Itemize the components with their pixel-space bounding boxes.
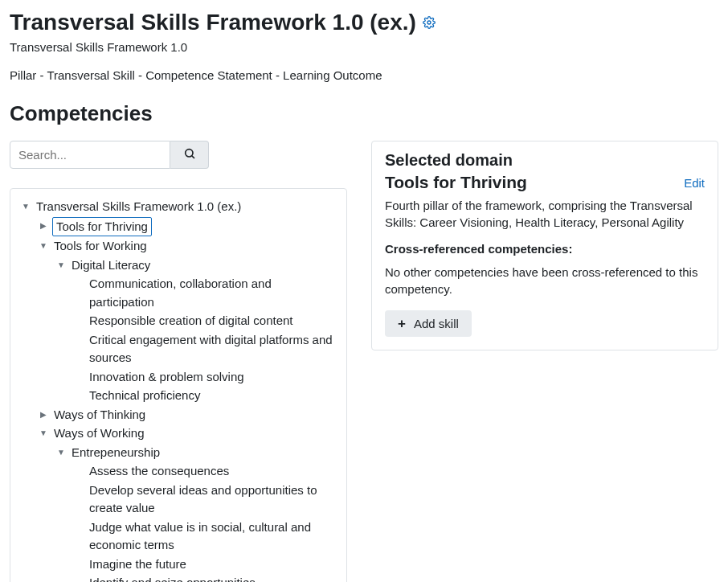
- tree-node[interactable]: ▼EntrepeneurshipAssess the consequencesD…: [55, 444, 338, 583]
- page-title: Transversal Skills Framework 1.0 (ex.): [10, 10, 718, 35]
- tree-node-label[interactable]: Responsible creation of digital content: [88, 312, 295, 330]
- tree-node[interactable]: ▼Transversal Skills Framework 1.0 (ex.)▶…: [20, 198, 338, 582]
- competency-tree[interactable]: ▼Transversal Skills Framework 1.0 (ex.)▶…: [17, 198, 338, 582]
- gear-icon[interactable]: [423, 16, 436, 29]
- page-subtitle: Transversal Skills Framework 1.0: [10, 40, 718, 54]
- tree-node-label[interactable]: Tools for Working: [52, 237, 149, 256]
- tree-node[interactable]: Imagine the future: [73, 555, 338, 574]
- selected-domain-description: Fourth pillar of the framework, comprisi…: [385, 197, 705, 231]
- tree-node[interactable]: ▼Ways of Working▼EntrepeneurshipAssess t…: [38, 424, 338, 582]
- page-title-text: Transversal Skills Framework 1.0 (ex.): [10, 10, 416, 35]
- tree-node[interactable]: Develop several ideas and opportunities …: [73, 482, 338, 518]
- tree-node-label[interactable]: Ways of Thinking: [52, 406, 147, 424]
- tree-node-label[interactable]: Technical proficiency: [88, 387, 202, 405]
- tree-node-label[interactable]: Ways of Working: [52, 424, 146, 443]
- search-button[interactable]: [170, 141, 209, 169]
- svg-point-1: [185, 150, 192, 157]
- tree-node-label[interactable]: Critical engagement with digital platfor…: [88, 331, 338, 367]
- tree-node[interactable]: Critical engagement with digital platfor…: [73, 331, 338, 367]
- taxonomy-path: Pillar - Transversal Skill - Competence …: [10, 68, 718, 82]
- tree-node[interactable]: Identify and seize opportunities: [73, 574, 338, 582]
- section-title: Competencies: [10, 101, 718, 126]
- add-skill-label: Add skill: [414, 317, 459, 330]
- tree-node-label[interactable]: Communication, collaboration and partici…: [88, 275, 338, 311]
- caret-down-icon[interactable]: ▼: [55, 444, 67, 461]
- cross-referenced-label: Cross-referenced competencies:: [385, 242, 705, 256]
- tree-node-label[interactable]: Assess the consequences: [88, 462, 231, 481]
- selected-domain-panel: Selected domain Tools for Thriving Edit …: [371, 141, 718, 350]
- edit-link[interactable]: Edit: [684, 176, 705, 190]
- caret-down-icon[interactable]: ▼: [38, 424, 49, 442]
- tree-node[interactable]: Responsible creation of digital content: [73, 312, 338, 330]
- plus-icon: +: [398, 317, 406, 330]
- search-icon: [183, 147, 196, 162]
- tree-node[interactable]: Innovation & problem solving: [73, 368, 338, 387]
- tree-node[interactable]: ▶Ways of Thinking: [38, 406, 338, 424]
- tree-node[interactable]: Judge what value is in social, cultural …: [73, 518, 338, 555]
- tree-node[interactable]: ▼Digital LiteracyCommunication, collabor…: [55, 256, 338, 405]
- tree-node-label[interactable]: Imagine the future: [88, 555, 188, 574]
- tree-node-label[interactable]: Innovation & problem solving: [88, 368, 246, 387]
- tree-node[interactable]: ▼Tools for Working▼Digital LiteracyCommu…: [38, 237, 338, 405]
- search-input[interactable]: [10, 141, 170, 169]
- competency-tree-panel: ▼Transversal Skills Framework 1.0 (ex.)▶…: [10, 188, 347, 582]
- cross-referenced-text: No other competencies have been cross-re…: [385, 264, 705, 297]
- selected-domain-name: Tools for Thriving: [385, 173, 527, 192]
- tree-node-label[interactable]: Develop several ideas and opportunities …: [88, 482, 338, 518]
- tree-node-label[interactable]: Identify and seize opportunities: [88, 574, 257, 582]
- caret-down-icon[interactable]: ▼: [55, 256, 67, 274]
- selected-domain-heading: Selected domain: [385, 151, 705, 170]
- caret-down-icon[interactable]: ▼: [20, 198, 31, 215]
- caret-right-icon[interactable]: ▶: [38, 406, 49, 424]
- tree-node-label[interactable]: Digital Literacy: [70, 256, 152, 275]
- tree-node-label[interactable]: Transversal Skills Framework 1.0 (ex.): [35, 198, 243, 216]
- svg-point-0: [427, 21, 431, 24]
- caret-right-icon[interactable]: ▶: [38, 217, 49, 235]
- tree-node-label[interactable]: Tools for Thriving: [52, 217, 152, 237]
- tree-node[interactable]: ▶Tools for Thriving: [38, 217, 338, 237]
- tree-node-label[interactable]: Entrepeneurship: [70, 444, 162, 462]
- tree-node[interactable]: Communication, collaboration and partici…: [73, 275, 338, 311]
- search-row: [10, 141, 347, 169]
- tree-node[interactable]: Technical proficiency: [73, 387, 338, 405]
- caret-down-icon[interactable]: ▼: [38, 237, 49, 255]
- add-skill-button[interactable]: + Add skill: [385, 310, 472, 337]
- tree-node-label[interactable]: Judge what value is in social, cultural …: [88, 518, 338, 555]
- svg-line-2: [191, 156, 194, 158]
- tree-node[interactable]: Assess the consequences: [73, 462, 338, 481]
